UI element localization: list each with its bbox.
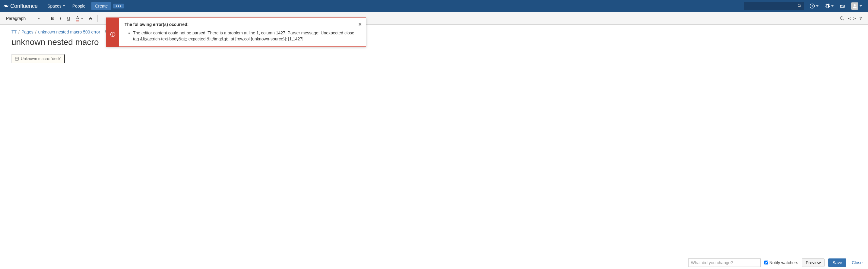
help-menu[interactable]: ?: [806, 3, 822, 9]
italic-button[interactable]: I: [57, 15, 64, 22]
svg-point-15: [113, 35, 113, 36]
macro-icon: [15, 57, 19, 61]
error-icon: [110, 32, 116, 37]
separator: [45, 15, 45, 22]
svg-line-9: [843, 19, 844, 20]
breadcrumb-sep: /: [35, 30, 36, 34]
bold-button[interactable]: B: [48, 15, 57, 22]
settings-menu[interactable]: [822, 3, 837, 9]
caret-down-icon: [81, 18, 83, 19]
caret-down-icon: [860, 5, 862, 7]
nav-items: Spaces People Create: [44, 2, 124, 10]
toolbar-right: < > ?: [840, 16, 864, 21]
profile-menu[interactable]: [848, 2, 865, 10]
error-sidebar: [106, 18, 119, 47]
format-dropdown[interactable]: Paragraph: [4, 15, 42, 22]
svg-rect-11: [16, 57, 19, 60]
svg-point-8: [840, 17, 843, 19]
app-header: Confluence Spaces People Create ?: [0, 0, 868, 12]
svg-point-1: [118, 5, 119, 7]
error-dialog: × The following error(s) occurred: The e…: [106, 18, 366, 47]
gear-icon: [825, 3, 830, 9]
svg-point-2: [120, 5, 121, 7]
svg-point-3: [798, 4, 801, 7]
create-button[interactable]: Create: [91, 2, 111, 10]
nav-spaces[interactable]: Spaces: [44, 4, 69, 8]
svg-text:?: ?: [811, 4, 813, 8]
svg-line-4: [800, 6, 801, 7]
search-icon[interactable]: [840, 16, 844, 21]
help-button[interactable]: ?: [859, 16, 862, 21]
breadcrumb-pages[interactable]: Pages: [22, 30, 33, 34]
search-icon: [798, 4, 802, 8]
breadcrumb-current[interactable]: unknown nested macro 500 error: [38, 30, 100, 34]
breadcrumb-sep: /: [19, 30, 20, 34]
caret-down-icon: [816, 5, 818, 7]
svg-point-7: [854, 4, 856, 6]
unknown-macro-chip[interactable]: Unknown macro: 'deck': [11, 54, 65, 63]
error-message: The editor content could not be parsed. …: [133, 30, 361, 42]
error-close-button[interactable]: ×: [358, 22, 362, 28]
separator: [97, 15, 98, 22]
notifications-button[interactable]: [837, 3, 848, 9]
confluence-logo[interactable]: Confluence: [3, 3, 38, 9]
caret-down-icon: [38, 18, 40, 19]
error-body: × The following error(s) occurred: The e…: [119, 18, 366, 47]
help-icon: ?: [809, 3, 815, 9]
strikethrough-button[interactable]: A: [86, 15, 95, 22]
avatar-icon: [851, 2, 858, 10]
svg-point-10: [105, 31, 106, 31]
underline-button[interactable]: U: [64, 15, 73, 22]
brand-text: Confluence: [10, 3, 38, 9]
svg-point-0: [116, 5, 117, 7]
inbox-icon: [840, 3, 845, 9]
error-list: The editor content could not be parsed. …: [125, 30, 361, 42]
macro-label: Unknown macro: 'deck': [21, 56, 61, 61]
text-color-button[interactable]: A: [73, 14, 86, 23]
search-wrap: [744, 2, 804, 10]
error-title: The following error(s) occurred:: [125, 22, 361, 27]
search-input[interactable]: [744, 2, 804, 10]
caret-down-icon: [63, 5, 65, 7]
confluence-icon: [3, 3, 9, 9]
more-actions-button[interactable]: [113, 4, 124, 8]
breadcrumb-root[interactable]: TT: [11, 30, 17, 34]
caret-down-icon: [831, 5, 834, 7]
nav-people[interactable]: People: [69, 4, 89, 8]
source-view-button[interactable]: < >: [848, 16, 856, 21]
ellipsis-icon: [116, 5, 121, 7]
